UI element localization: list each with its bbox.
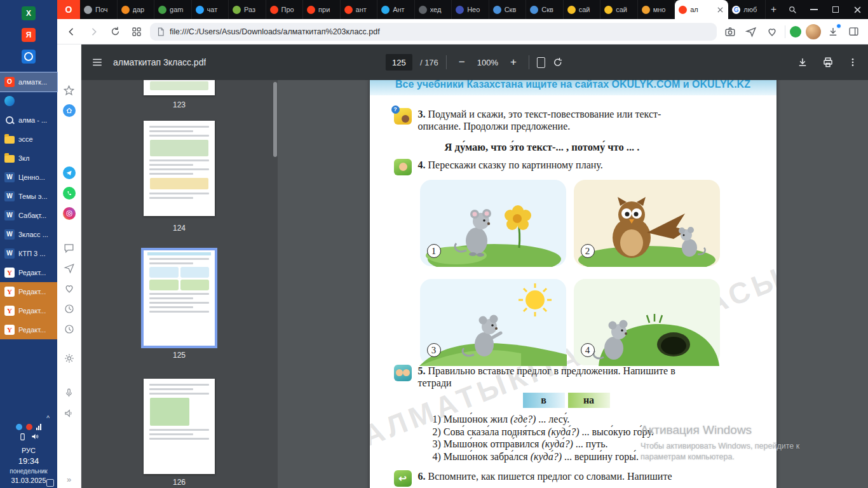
chats-icon[interactable] <box>63 241 76 254</box>
sidebar-collapse-icon[interactable]: » <box>67 475 71 484</box>
bookmarks-heart-icon[interactable] <box>764 24 780 40</box>
fit-page-icon[interactable] <box>537 57 545 68</box>
taskbar-item-editor[interactable]: Редакт... <box>0 263 57 282</box>
taskbar-item-almatkitap[interactable]: алматк... <box>0 72 57 92</box>
tray-icons-row[interactable] <box>16 424 41 430</box>
browser-tab[interactable]: сай <box>564 0 601 19</box>
thumbnail-page-125[interactable] <box>144 250 215 346</box>
taskbar-item-folder-3kl[interactable]: 3кл <box>0 149 57 168</box>
browser-tab[interactable]: Поч <box>80 0 118 19</box>
zoom-out-button[interactable]: − <box>454 55 470 70</box>
rotate-icon[interactable] <box>553 57 564 68</box>
clock-time[interactable]: 19:34 <box>18 456 39 466</box>
refresh-icon[interactable] <box>107 24 123 40</box>
thumbnail-page-123[interactable] <box>144 80 215 95</box>
panels-icon[interactable] <box>845 24 862 40</box>
taskbar-item-editor[interactable]: Редакт... <box>0 282 57 301</box>
send-icon[interactable] <box>63 262 76 274</box>
notification-icon[interactable] <box>46 479 54 487</box>
zoom-in-button[interactable]: + <box>506 55 521 70</box>
screenshot-camera-icon[interactable] <box>722 24 738 40</box>
telegram-icon[interactable] <box>63 166 76 179</box>
new-tab-button[interactable]: + <box>766 0 782 19</box>
browser-tab[interactable]: Скв <box>489 0 527 19</box>
taskbar-item-folder-esse[interactable]: эссе <box>0 130 57 149</box>
taskbar-item-search[interactable]: алма - ... <box>0 111 57 130</box>
tab-favicon <box>567 6 576 14</box>
browser-tab[interactable]: дар <box>118 0 155 19</box>
favorites-heart-icon[interactable] <box>63 282 76 295</box>
thumbnail-page-126[interactable] <box>144 379 215 474</box>
browser-menu-button[interactable]: О <box>57 0 80 19</box>
settings-gear-icon[interactable] <box>63 352 76 365</box>
thumbnail-scrollbar[interactable] <box>273 82 277 157</box>
browser-tab[interactable]: gam <box>154 0 192 19</box>
window-maximize-button[interactable] <box>825 0 846 19</box>
exercise6-text: Вспомните, как пишется предлог со словам… <box>428 471 672 482</box>
tab-search-icon[interactable] <box>782 0 803 19</box>
taskbar-item-word-doc[interactable]: Сабақт... <box>0 206 57 225</box>
story-picture-4: 4 <box>573 278 721 366</box>
page-number-input[interactable]: 125 <box>386 54 412 71</box>
taskbar-item-editor[interactable]: Редакт... <box>0 320 57 339</box>
browser-tab[interactable]: при <box>303 0 341 19</box>
pdf-print-icon[interactable] <box>822 57 834 68</box>
browser-tab-active[interactable]: ал <box>675 0 728 19</box>
taskbar-item-word-doc[interactable]: 3класс ... <box>0 225 57 244</box>
taskbar-item-word-doc[interactable]: Ценно... <box>0 168 57 187</box>
tableau-icon[interactable] <box>128 24 145 40</box>
browser-tab[interactable]: хед <box>415 0 452 19</box>
yandex-app-icon[interactable] <box>1 24 56 46</box>
share-icon[interactable] <box>743 24 759 40</box>
back-icon[interactable] <box>64 24 80 40</box>
excel-icon[interactable] <box>1 3 56 24</box>
address-bar[interactable]: file:///C:/Users/Asus/Downloads/алматкит… <box>150 23 717 41</box>
yandex-home-icon[interactable] <box>63 104 76 117</box>
taskbar-item-app[interactable] <box>0 92 57 111</box>
taskbar-item-word-doc[interactable]: Темы э... <box>0 187 57 206</box>
thumbnail-page-124[interactable] <box>144 121 215 216</box>
browser-tab[interactable]: ант <box>341 0 378 19</box>
sound-icon[interactable] <box>63 407 76 419</box>
browser-tab[interactable]: Ант <box>377 0 415 19</box>
taskbar-item-editor[interactable]: Редакт... <box>0 301 57 320</box>
pdf-menu-icon[interactable] <box>92 57 103 68</box>
clock-icon[interactable] <box>63 323 76 336</box>
pdf-more-icon[interactable] <box>848 57 858 67</box>
browser-tab[interactable]: сай <box>600 0 638 19</box>
window-minimize-button[interactable] <box>803 0 825 19</box>
tray-icons-row2[interactable] <box>18 432 39 441</box>
taskbar-item-word-doc[interactable]: КТП 3 ... <box>0 244 57 263</box>
tab-close-icon[interactable] <box>715 5 724 14</box>
whatsapp-icon[interactable] <box>63 187 76 200</box>
browser-tab[interactable]: Про <box>266 0 304 19</box>
forward-icon[interactable] <box>85 24 102 40</box>
blue-tray-icon[interactable] <box>16 424 22 430</box>
browser-tab[interactable]: Раз <box>229 0 266 19</box>
pdf-download-icon[interactable] <box>797 57 808 68</box>
tab-title: Нео <box>467 6 485 13</box>
browser-tab[interactable]: Скв <box>526 0 564 19</box>
clock-date[interactable]: 31.03.2025 <box>11 477 46 484</box>
history-icon[interactable] <box>63 302 76 315</box>
window-close-button[interactable] <box>846 0 868 19</box>
volume-icon[interactable] <box>31 432 39 441</box>
network-bars-icon[interactable] <box>36 424 41 430</box>
device-icon[interactable] <box>18 433 27 441</box>
browser-tab[interactable]: чат <box>192 0 229 19</box>
extension-icon[interactable] <box>790 26 801 37</box>
tab-title: Про <box>281 6 299 13</box>
browser-tab[interactable]: мно <box>638 0 675 19</box>
red-tray-icon[interactable] <box>26 424 32 430</box>
language-indicator[interactable]: РУС <box>22 447 36 454</box>
browser-tab[interactable]: Gлюб <box>728 0 766 19</box>
browser-tab[interactable]: Нео <box>452 0 489 19</box>
profile-avatar[interactable] <box>806 24 821 39</box>
downloads-icon[interactable] <box>825 24 841 39</box>
blue-app-icon[interactable] <box>1 46 56 67</box>
bookmarks-star-icon[interactable] <box>63 84 76 97</box>
voice-mic-icon[interactable] <box>63 386 76 399</box>
instagram-icon[interactable] <box>63 207 76 220</box>
clock-weekday: понедельник <box>10 468 47 475</box>
hidden-icons-arrow[interactable]: ^ <box>46 415 50 422</box>
